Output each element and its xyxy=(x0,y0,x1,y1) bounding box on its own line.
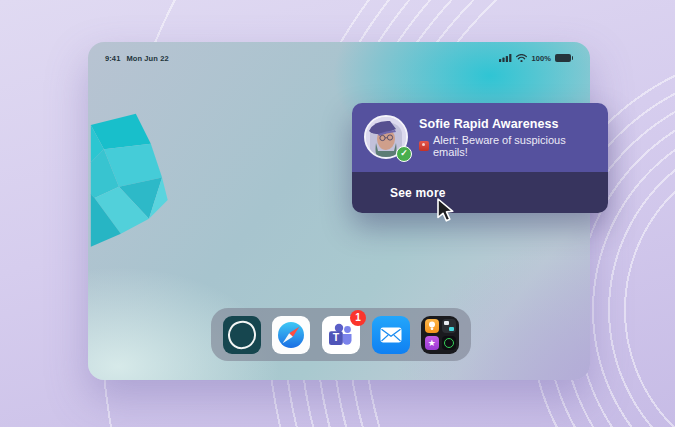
status-bar: 9:41 Mon Jun 22 100% xyxy=(88,51,590,65)
sender-avatar: ✓ xyxy=(364,115,410,161)
notification-card[interactable]: ✓ Sofie Rapid Awareness Alert: Beware of… xyxy=(352,103,608,213)
verified-check-icon: ✓ xyxy=(396,146,412,162)
dock: T 1 ★ xyxy=(211,308,471,361)
svg-text:T: T xyxy=(333,331,340,343)
dock-app-mail[interactable] xyxy=(372,316,410,354)
red-alert-icon xyxy=(419,141,429,151)
dock-app-safari[interactable] xyxy=(272,316,310,354)
mail-envelope-icon xyxy=(380,327,402,343)
notification-header: ✓ Sofie Rapid Awareness Alert: Beware of… xyxy=(352,103,608,172)
star-app-icon: ★ xyxy=(425,336,439,350)
timer-app-icon xyxy=(442,336,456,350)
dock-app-teams[interactable]: T 1 xyxy=(322,316,360,354)
sofie-ring-icon xyxy=(225,318,258,351)
cellular-signal-icon xyxy=(499,54,512,62)
mini-app-icon xyxy=(442,319,456,333)
teams-logo-icon: T xyxy=(328,323,354,347)
notification-title: Sofie Rapid Awareness xyxy=(419,117,596,131)
wifi-icon xyxy=(516,54,527,62)
wallpaper-crystal xyxy=(88,108,178,258)
see-more-button[interactable]: See more xyxy=(390,186,446,200)
dock-app-folder[interactable]: ★ xyxy=(421,316,459,354)
notification-message: Alert: Beware of suspicious emails! xyxy=(433,134,596,158)
dock-app-sofie[interactable] xyxy=(223,316,261,354)
scene-background: { "status_bar": { "time": "9:41", "date"… xyxy=(0,0,675,427)
teams-notification-badge: 1 xyxy=(350,310,366,326)
status-time: 9:41 xyxy=(105,54,120,63)
notification-footer: See more xyxy=(352,172,608,213)
safari-compass-icon xyxy=(276,320,306,350)
bulb-app-icon xyxy=(425,319,439,333)
status-date: Mon Jun 22 xyxy=(126,54,168,63)
battery-icon xyxy=(555,54,573,62)
battery-percent: 100% xyxy=(531,54,551,63)
